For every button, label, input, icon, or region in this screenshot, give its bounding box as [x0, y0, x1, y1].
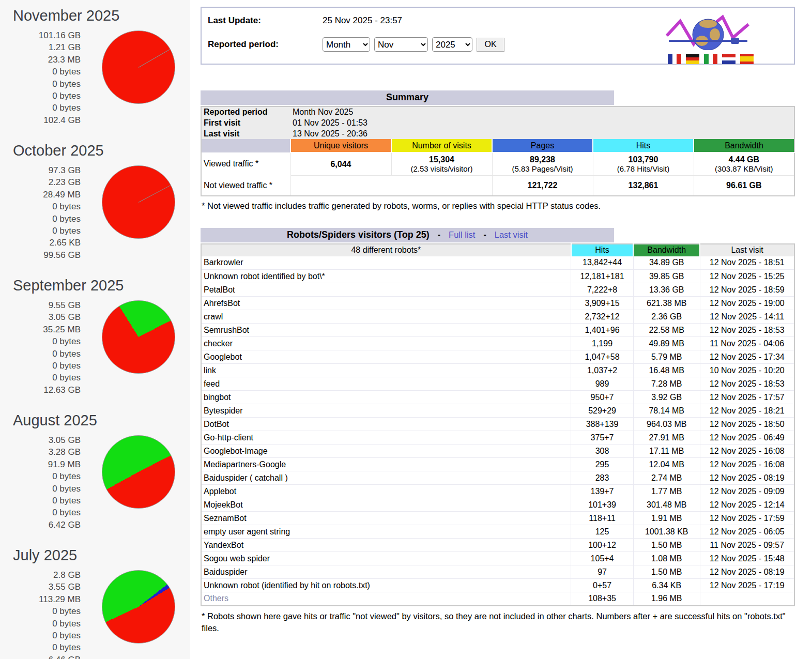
robot-bandwidth: 301.48 MB — [633, 498, 700, 512]
flag-germany-icon[interactable] — [686, 54, 699, 64]
month-title: October 2025 — [13, 142, 190, 159]
robot-row: Googlebot-Image 308 17.11 MB 12 Nov 2025… — [201, 445, 794, 458]
separator-dash: - — [438, 230, 440, 239]
flag-france-icon[interactable] — [668, 54, 681, 64]
robots-header-row: 48 different robots* Hits Bandwidth Last… — [201, 244, 794, 256]
robot-bandwidth: 6.34 KB — [633, 579, 700, 592]
robot-bandwidth: 22.58 MB — [633, 324, 700, 337]
viewed-traffic-row: Viewed traffic * 6,044 15,304 (2.53 visi… — [201, 152, 794, 176]
awstats-logo — [665, 12, 754, 64]
robot-hits: 7,222+8 — [571, 283, 634, 297]
robot-name: Barkrowler — [201, 256, 571, 270]
summary-table: Reported period Month Nov 2025 First vis… — [201, 106, 795, 196]
month-values-list: 97.3 GB 2.23 GB 28.49 MB 0 bytes 0 bytes… — [0, 164, 81, 261]
flag-spain-icon[interactable] — [740, 54, 754, 64]
robot-bandwidth: 3.92 GB — [633, 391, 700, 404]
full-list-link[interactable]: Full list — [449, 230, 475, 240]
robot-hits: 989 — [571, 377, 634, 391]
robot-row: AhrefsBot 3,909+15 621.38 MB 12 Nov 2025… — [201, 297, 794, 310]
robot-bandwidth: 7.28 MB — [633, 377, 700, 391]
robot-row: PetalBot 7,222+8 13.36 GB 12 Nov 2025 - … — [201, 283, 794, 297]
period-controls: Month Nov 2025 OK — [323, 37, 504, 52]
robot-last-visit: 12 Nov 2025 - 17:59 — [700, 512, 794, 525]
last-visit-link[interactable]: Last visit — [495, 230, 528, 240]
robot-hits: 125 — [571, 525, 634, 539]
viewed-pages: 89,238 (5.83 Pages/Visit) — [492, 152, 593, 176]
not-viewed-pages: 121,722 — [492, 176, 593, 196]
robot-name: empty user agent string — [201, 525, 571, 539]
period-month-select[interactable]: Nov — [374, 37, 428, 52]
robots-count-header: 48 different robots* — [201, 244, 571, 256]
month-pie-chart — [102, 570, 175, 643]
robot-name: link — [201, 364, 571, 377]
robot-name: Applebot — [201, 485, 571, 498]
globe-graph-icon — [665, 12, 752, 50]
robot-bandwidth: 1.50 MB — [633, 539, 700, 552]
summary-column-header-row: Unique visitors Number of visits Pages H… — [201, 139, 794, 152]
robot-hits: 950+7 — [571, 391, 634, 404]
robot-row: Unknown robot (identified by hit on robo… — [201, 579, 794, 592]
month-body: 101.16 GB 1.21 GB 23.3 MB 0 bytes 0 byte… — [0, 29, 190, 126]
summary-column-header: Bandwidth — [694, 139, 794, 152]
robot-name: Others — [201, 592, 571, 606]
robot-bandwidth: 1001.38 KB — [633, 525, 700, 539]
robot-hits: 529+29 — [571, 404, 634, 418]
robot-name: Baiduspider ( catchall ) — [201, 471, 571, 485]
summary-column-header: Hits — [593, 139, 694, 152]
robot-last-visit: 12 Nov 2025 - 08:19 — [700, 471, 794, 485]
robot-bandwidth: 49.89 MB — [633, 337, 700, 350]
summary-title: Summary — [386, 92, 428, 102]
robot-hits: 105+4 — [571, 552, 634, 565]
robot-name: checker — [201, 337, 571, 350]
robot-hits: 100+12 — [571, 539, 634, 552]
robot-last-visit: 12 Nov 2025 - 18:59 — [700, 283, 794, 297]
viewed-bandwidth: 4.44 GB (303.87 KB/Visit) — [694, 152, 794, 176]
robots-title-bar: Robots/Spiders visitors (Top 25) - Full … — [201, 228, 614, 242]
not-viewed-traffic-label: Not viewed traffic * — [201, 176, 290, 196]
robot-row: empty user agent string 125 1001.38 KB 1… — [201, 525, 794, 539]
robot-row: Others 108+35 1.96 MB — [201, 592, 794, 606]
month-body: 9.55 GB 3.05 GB 35.25 MB 0 bytes 0 bytes… — [0, 299, 190, 396]
topbar: Last Update: 25 Nov 2025 - 23:57 Reporte… — [201, 7, 795, 65]
robot-row: Googlebot 1,047+58 5.79 MB 12 Nov 2025 -… — [201, 350, 794, 364]
ok-button[interactable]: OK — [477, 38, 504, 52]
robot-bandwidth: 12.04 MB — [633, 458, 700, 471]
robots-last-visit-header: Last visit — [700, 244, 794, 256]
flag-netherlands-icon[interactable] — [722, 54, 736, 64]
period-type-select[interactable]: Month — [323, 37, 370, 52]
robot-name: PetalBot — [201, 283, 571, 297]
robot-row: Unknown robot identified by bot\* 12,181… — [201, 270, 794, 283]
robot-hits: 3,909+15 — [571, 297, 634, 310]
month-title: November 2025 — [13, 7, 190, 24]
robot-last-visit: 12 Nov 2025 - 15:48 — [700, 552, 794, 565]
robot-row: DotBot 388+139 964.03 MB 12 Nov 2025 - 1… — [201, 418, 794, 431]
month-values-list: 2.8 GB 3.55 GB 113.29 MB 0 bytes 0 bytes… — [0, 569, 81, 659]
robot-name: feed — [201, 377, 571, 391]
summary-info-row: Reported period Month Nov 2025 — [201, 106, 794, 117]
robot-bandwidth: 39.85 GB — [633, 270, 700, 283]
robot-bandwidth: 1.50 MB — [633, 565, 700, 579]
reported-period-label: Reported period: — [208, 39, 323, 50]
month-body: 2.8 GB 3.55 GB 113.29 MB 0 bytes 0 bytes… — [0, 569, 190, 659]
robot-bandwidth: 78.14 MB — [633, 404, 700, 418]
summary-info-label: First visit — [201, 117, 290, 128]
robot-last-visit: 12 Nov 2025 - 06:49 — [700, 431, 794, 445]
language-flags — [668, 54, 754, 64]
period-year-select[interactable]: 2025 — [432, 37, 472, 52]
robot-row: Applebot 139+7 1.77 MB 12 Nov 2025 - 09:… — [201, 485, 794, 498]
summary-info-label: Reported period — [201, 106, 290, 117]
month-pie-chart — [102, 435, 175, 509]
robot-hits: 13,842+44 — [571, 256, 634, 270]
robot-name: crawl — [201, 310, 571, 324]
robot-last-visit: 12 Nov 2025 - 18:53 — [700, 324, 794, 337]
robot-hits: 139+7 — [571, 485, 634, 498]
robot-row: feed 989 7.28 MB 12 Nov 2025 - 18:53 — [201, 377, 794, 391]
robot-hits: 97 — [571, 565, 634, 579]
robot-row: Baiduspider ( catchall ) 283 2.74 MB 12 … — [201, 471, 794, 485]
robot-row: SemrushBot 1,401+96 22.58 MB 12 Nov 2025… — [201, 324, 794, 337]
robot-last-visit: 11 Nov 2025 - 09:57 — [700, 539, 794, 552]
flag-italy-icon[interactable] — [704, 54, 717, 64]
robot-last-visit: 12 Nov 2025 - 14:11 — [700, 310, 794, 324]
robot-name: Mediapartners-Google — [201, 458, 571, 471]
month-pie-chart — [102, 165, 175, 239]
